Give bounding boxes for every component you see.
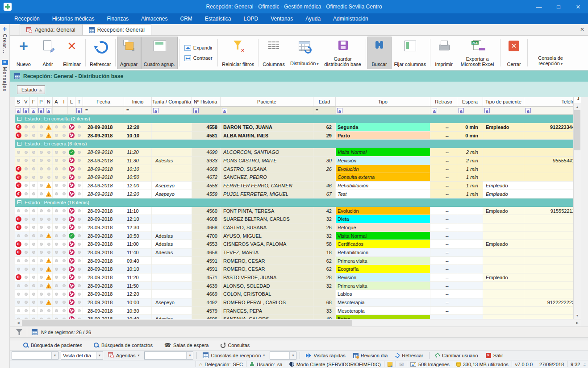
group-header-row[interactable]: Estado : Pendiente (18 items)	[15, 198, 573, 207]
column-header-inicio[interactable]: Inicio	[124, 97, 152, 106]
filter-cell-historia[interactable]: A	[192, 107, 221, 114]
filter-cell-t[interactable]: A	[75, 107, 83, 114]
auto-filter-icon[interactable]: A	[525, 108, 531, 113]
auto-filter-icon[interactable]: A	[76, 108, 82, 113]
table-row[interactable]: 28-09-201812:20Asepeyo4559PUJOL FERRETER…	[15, 190, 573, 198]
table-row[interactable]: 28-09-201811:504639ALONSO, SOLEDAD32Prim…	[15, 282, 573, 290]
filter-cell-l[interactable]	[68, 107, 75, 114]
table-row[interactable]: 28-09-201811:204690ALCORCON, SANTIAGOVis…	[15, 148, 573, 157]
cambiar-usuario-button[interactable]: Cambiar usuario	[433, 352, 481, 359]
tab-close-icon[interactable]: ✕	[580, 26, 584, 33]
column-header-i[interactable]: I	[60, 97, 68, 106]
close-button[interactable]: ✕	[568, 0, 588, 13]
chevron-down-icon[interactable]: ▼	[96, 352, 103, 359]
filter-funnel-icon[interactable]	[16, 329, 22, 335]
column-header-fecha[interactable]: Fecha	[83, 97, 124, 106]
column-header-tipo[interactable]: Tipo	[336, 97, 430, 106]
column-header-tarifa[interactable]: Tarifa / Compañía	[152, 97, 192, 106]
table-row[interactable]: 28-09-201810:104581ALBA MARIN, INES29Par…	[15, 132, 573, 140]
column-header-s[interactable]: S	[15, 97, 22, 106]
distribuci-n-button[interactable]: Distribución ▾	[288, 37, 321, 69]
sidebar-create-label[interactable]: Crear...	[2, 34, 8, 54]
scroll-down-icon[interactable]: ▼	[574, 312, 581, 319]
equals-filter-icon[interactable]: =	[125, 108, 129, 113]
table-row[interactable]: 28-09-201809:404591ROMERO, CESAR62Primer…	[15, 257, 573, 265]
auto-filter-icon[interactable]: A	[484, 108, 490, 113]
table-row[interactable]: 28-09-201812:204669COLON, CRISTOBALLabio…	[15, 290, 573, 298]
columnas-button[interactable]: Columnas	[260, 37, 288, 69]
table-row[interactable]: 28-09-201811:00Adeslas4553CISNEROS VAGA,…	[15, 240, 573, 248]
auto-filter-icon[interactable]: A	[46, 108, 51, 113]
table-row[interactable]: 28-09-201812:00Asepeyo4558FERRETER FERRO…	[15, 182, 573, 190]
table-row[interactable]: 28-09-201811:104560FONT PINTA, TERESA42E…	[15, 207, 573, 215]
column-header-f[interactable]: F	[30, 97, 38, 106]
eliminar-button[interactable]: Eliminar	[60, 37, 84, 69]
nuevo-button[interactable]: Nuevo	[12, 37, 36, 69]
table-row[interactable]: 28-09-201811:40Adeslas4658TEVEZ, MARTA18…	[15, 248, 573, 257]
auto-filter-icon[interactable]: A	[31, 108, 36, 113]
collapse-group-icon[interactable]	[17, 142, 21, 146]
menu-item-administraci-n[interactable]: Administración	[327, 14, 375, 24]
combo-box[interactable]: ▼	[144, 351, 193, 360]
filter-cell-v[interactable]: A	[22, 107, 30, 114]
abrir-button[interactable]: Abrir	[36, 37, 60, 69]
refrescar-button[interactable]: Refrescar	[87, 37, 114, 69]
menu-item-ayuda[interactable]: Ayuda	[299, 14, 327, 24]
minimize-button[interactable]: —	[529, 0, 549, 13]
visitas-r-pidas-button[interactable]: Visitas rápidas	[303, 352, 348, 359]
auto-filter-icon[interactable]: A	[459, 108, 464, 113]
quick-link-salas-de-espera[interactable]: Salas de espera	[164, 342, 209, 348]
column-header-tipo-paciente[interactable]: Tipo de paciente	[483, 97, 524, 106]
agrupar-button[interactable]: Agrupar	[117, 37, 141, 69]
chevron-down-icon[interactable]: ▼	[289, 352, 296, 359]
horizontal-scrollbar[interactable]: ◀ ▶	[15, 319, 581, 327]
filter-cell-telefono[interactable]: A	[524, 107, 573, 114]
filter-cell-paciente[interactable]: A	[221, 107, 313, 114]
filter-cell-retraso[interactable]: A	[430, 107, 457, 114]
collapse-group-icon[interactable]	[17, 200, 21, 204]
filter-cell-fecha[interactable]: =	[83, 107, 124, 114]
auto-filter-icon[interactable]: A	[23, 108, 29, 113]
table-row[interactable]: 28-09-201812:104608SUAREZ BELTRAN, CARLO…	[15, 215, 573, 223]
group-field-estado[interactable]: Estado	[17, 85, 45, 94]
menu-item-recepci-n[interactable]: Recepción	[8, 14, 46, 24]
filter-cell-tarifa[interactable]: A	[152, 107, 192, 114]
column-header-paciente[interactable]: Paciente	[221, 97, 313, 106]
filter-cell-i[interactable]	[60, 107, 68, 114]
group-header-row[interactable]: Estado : En consulta (2 items)	[15, 115, 573, 123]
table-row[interactable]: 28-09-201810:00Asepeyo4492ROMERO PERAL, …	[15, 298, 573, 307]
column-header-p[interactable]: P	[38, 97, 45, 106]
revisi-n-d-a-button[interactable]: Revisión día	[350, 352, 391, 359]
table-row[interactable]: 28-09-201811:204571PASTO VERDE, JUANA28R…	[15, 273, 573, 282]
auto-filter-icon[interactable]: A	[153, 108, 158, 113]
menu-item-ventanas[interactable]: Ventanas	[264, 14, 299, 24]
chevron-down-icon[interactable]: ▼	[186, 352, 193, 359]
column-header-edad[interactable]: Edad	[313, 97, 336, 106]
sidebar-messages-label[interactable]: Mensajes	[2, 67, 8, 91]
column-header-historia[interactable]: Nº Historia	[192, 97, 221, 106]
scroll-left-icon[interactable]: ◀	[15, 319, 22, 327]
salir-button[interactable]: Salir	[483, 352, 506, 359]
column-header-telefono[interactable]: Teléfono	[524, 97, 573, 106]
table-row[interactable]: 28-09-201810:40Adeslas4606SANTANA, CALOR…	[15, 315, 573, 319]
tab-recepci-n-general[interactable]: Recepción: General	[82, 24, 151, 35]
filter-cell-n[interactable]: A	[45, 107, 53, 114]
filter-cell-tipo-paciente[interactable]: A	[483, 107, 524, 114]
auto-filter-icon[interactable]: A	[222, 108, 227, 113]
table-row[interactable]: 28-09-201811:30Adeslas3933PONS CASTRO, M…	[15, 157, 573, 165]
scroll-right-icon[interactable]: ▶	[574, 319, 581, 327]
filter-cell-inicio[interactable]: =	[124, 107, 152, 114]
filter-cell-f[interactable]: A	[30, 107, 38, 114]
hscroll-thumb[interactable]	[22, 320, 352, 326]
menu-item-almacenes[interactable]: Almacenes	[135, 14, 174, 24]
table-row[interactable]: 28-09-201812:304668CASTRO, SUSANA26Retoq…	[15, 223, 573, 232]
combo-box[interactable]: ▼	[12, 351, 58, 360]
menu-item-historias-m-dicas[interactable]: Historias médicas	[46, 14, 101, 24]
maximize-button[interactable]: □	[549, 0, 568, 13]
table-row[interactable]: 28-09-201812:204558BARON TEO, JUANA62Seg…	[15, 123, 573, 132]
guardar-distribuci-n-base-button[interactable]: Guardar distribución base	[321, 37, 364, 69]
cuadro-agrup-button[interactable]: Cuadro agrup.	[141, 37, 178, 69]
menu-item-crm[interactable]: CRM	[174, 14, 198, 24]
filter-cell-s[interactable]: A	[15, 107, 22, 114]
auto-filter-icon[interactable]: A	[337, 108, 342, 113]
